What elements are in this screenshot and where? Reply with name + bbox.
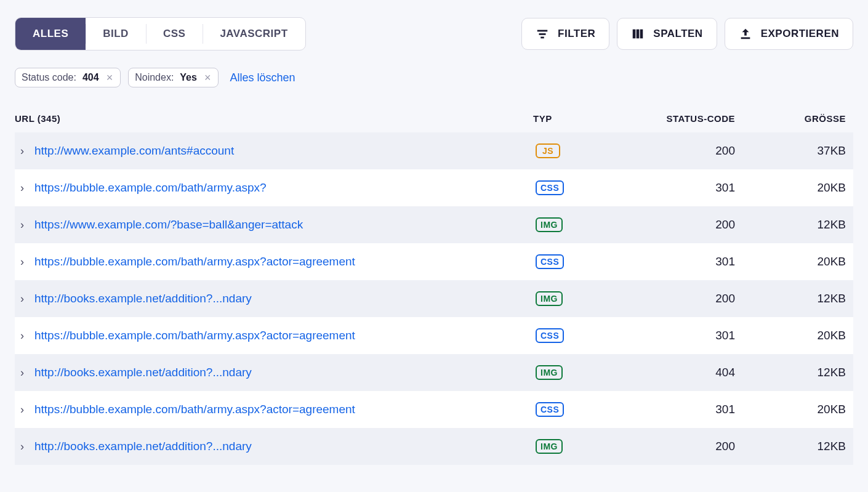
tab-bild[interactable]: BILD bbox=[86, 18, 146, 50]
table-row: ›https://bubble.example.com/bath/army.as… bbox=[15, 317, 853, 354]
type-badge: JS bbox=[536, 143, 560, 158]
status-cell: 200 bbox=[619, 218, 742, 232]
chevron-right-icon[interactable]: › bbox=[15, 440, 30, 453]
status-cell: 301 bbox=[619, 181, 742, 195]
filter-chip-label: Status code: bbox=[22, 72, 76, 83]
table-row: ›https://bubble.example.com/bath/army.as… bbox=[15, 391, 853, 428]
export-button-label: EXPORTIEREN bbox=[761, 28, 839, 40]
url-link[interactable]: https://bubble.example.com/bath/army.asp… bbox=[34, 255, 533, 268]
chevron-right-icon[interactable]: › bbox=[15, 366, 30, 379]
columns-button-label: SPALTEN bbox=[653, 28, 702, 40]
tab-css[interactable]: CSS bbox=[146, 18, 203, 50]
table-row: ›https://bubble.example.com/bath/army.as… bbox=[15, 169, 853, 206]
type-cell: IMG bbox=[533, 291, 619, 306]
status-cell: 200 bbox=[619, 440, 742, 453]
table-row: ›https://www.example.com/?base=ball&ange… bbox=[15, 206, 853, 243]
type-cell: IMG bbox=[533, 439, 619, 454]
chevron-right-icon[interactable]: › bbox=[15, 256, 30, 268]
size-cell: 20KB bbox=[742, 329, 853, 342]
status-cell: 301 bbox=[619, 329, 742, 342]
type-cell: CSS bbox=[533, 402, 619, 417]
size-cell: 20KB bbox=[742, 403, 853, 416]
status-cell: 301 bbox=[619, 255, 742, 268]
active-filters: Status code: 404×Noindex: Yes×Alles lösc… bbox=[15, 68, 853, 87]
url-link[interactable]: http://books.example.net/addition?...nda… bbox=[34, 366, 533, 379]
type-tabs: ALLESBILDCSSJAVASCRIPT bbox=[15, 17, 306, 50]
filter-button-label: FILTER bbox=[558, 28, 595, 40]
type-badge: IMG bbox=[536, 217, 563, 232]
type-badge: IMG bbox=[536, 291, 563, 306]
columns-icon bbox=[631, 27, 645, 41]
size-cell: 12KB bbox=[742, 292, 853, 305]
svg-rect-0 bbox=[537, 30, 548, 32]
size-cell: 20KB bbox=[742, 181, 853, 195]
url-link[interactable]: https://bubble.example.com/bath/army.asp… bbox=[34, 403, 533, 416]
columns-button[interactable]: SPALTEN bbox=[617, 18, 717, 50]
type-cell: JS bbox=[533, 143, 619, 158]
chevron-right-icon[interactable]: › bbox=[15, 219, 30, 232]
chevron-right-icon[interactable]: › bbox=[15, 182, 30, 195]
type-cell: CSS bbox=[533, 254, 619, 269]
col-header-size[interactable]: GRÖSSE bbox=[742, 113, 853, 124]
tab-javascript[interactable]: JAVASCRIPT bbox=[203, 18, 305, 50]
status-cell: 404 bbox=[619, 366, 742, 379]
svg-rect-6 bbox=[741, 38, 750, 39]
table-row: ›http://books.example.net/addition?...nd… bbox=[15, 354, 853, 391]
close-icon[interactable]: × bbox=[203, 72, 212, 83]
filter-chip-label: Noindex: bbox=[135, 72, 174, 83]
close-icon[interactable]: × bbox=[105, 72, 115, 83]
table-row: ›https://bubble.example.com/bath/army.as… bbox=[15, 243, 853, 280]
table-header: URL (345) TYP STATUS-CODE GRÖSSE bbox=[15, 105, 853, 132]
type-badge: IMG bbox=[536, 439, 563, 454]
chevron-right-icon[interactable]: › bbox=[15, 403, 30, 416]
url-link[interactable]: http://books.example.net/addition?...nda… bbox=[34, 440, 533, 453]
svg-rect-3 bbox=[633, 30, 636, 39]
type-badge: CSS bbox=[536, 402, 564, 417]
chevron-right-icon[interactable]: › bbox=[15, 145, 30, 158]
export-button[interactable]: EXPORTIEREN bbox=[725, 18, 853, 50]
table-row: ›http://www.example.com/ants#accountJS20… bbox=[15, 132, 853, 169]
chevron-right-icon[interactable]: › bbox=[15, 329, 30, 342]
filter-chip[interactable]: Noindex: Yes× bbox=[128, 68, 219, 87]
svg-rect-1 bbox=[539, 33, 546, 35]
toolbar: ALLESBILDCSSJAVASCRIPT FILTER SPALTEN EX… bbox=[15, 17, 853, 50]
filter-button[interactable]: FILTER bbox=[521, 18, 609, 50]
type-badge: CSS bbox=[536, 180, 564, 195]
type-cell: CSS bbox=[533, 328, 619, 343]
size-cell: 12KB bbox=[742, 218, 853, 232]
size-cell: 12KB bbox=[742, 366, 853, 379]
resources-table: URL (345) TYP STATUS-CODE GRÖSSE ›http:/… bbox=[15, 105, 853, 465]
filter-icon bbox=[536, 27, 549, 41]
type-badge: CSS bbox=[536, 328, 564, 343]
svg-rect-2 bbox=[540, 37, 544, 39]
action-buttons: FILTER SPALTEN EXPORTIEREN bbox=[521, 18, 853, 50]
table-row: ›http://books.example.net/addition?...nd… bbox=[15, 280, 853, 317]
size-cell: 37KB bbox=[742, 144, 853, 158]
type-cell: IMG bbox=[533, 217, 619, 232]
size-cell: 12KB bbox=[742, 440, 853, 453]
size-cell: 20KB bbox=[742, 255, 853, 268]
status-cell: 200 bbox=[619, 292, 742, 305]
col-header-status[interactable]: STATUS-CODE bbox=[619, 113, 742, 124]
type-badge: IMG bbox=[536, 365, 563, 380]
col-header-type[interactable]: TYP bbox=[533, 113, 619, 124]
filter-chip[interactable]: Status code: 404× bbox=[15, 68, 121, 87]
type-cell: IMG bbox=[533, 365, 619, 380]
url-link[interactable]: https://bubble.example.com/bath/army.asp… bbox=[34, 181, 533, 195]
tab-alles[interactable]: ALLES bbox=[15, 18, 86, 50]
chevron-right-icon[interactable]: › bbox=[15, 292, 30, 305]
filter-chip-value: 404 bbox=[82, 72, 99, 83]
svg-rect-4 bbox=[637, 30, 640, 39]
url-link[interactable]: http://books.example.net/addition?...nda… bbox=[34, 292, 533, 305]
filter-chip-value: Yes bbox=[180, 72, 197, 83]
url-link[interactable]: https://bubble.example.com/bath/army.asp… bbox=[34, 329, 533, 342]
export-icon bbox=[739, 27, 752, 41]
col-header-url[interactable]: URL (345) bbox=[15, 113, 533, 124]
svg-rect-5 bbox=[640, 30, 643, 39]
status-cell: 200 bbox=[619, 144, 742, 158]
url-link[interactable]: http://www.example.com/ants#account bbox=[34, 144, 533, 158]
status-cell: 301 bbox=[619, 403, 742, 416]
type-badge: CSS bbox=[536, 254, 564, 269]
url-link[interactable]: https://www.example.com/?base=ball&anger… bbox=[34, 218, 533, 232]
clear-all-filters[interactable]: Alles löschen bbox=[230, 71, 295, 84]
